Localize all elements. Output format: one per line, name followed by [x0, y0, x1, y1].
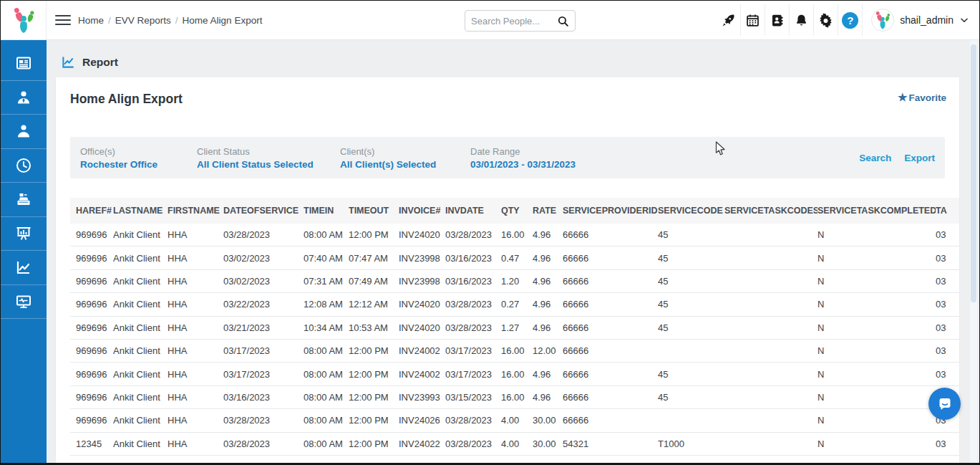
table-cell: HHA: [168, 253, 223, 264]
client-status-value[interactable]: All Client Status Selected: [197, 159, 314, 170]
table-cell: 16.00: [501, 369, 533, 380]
table-row: 969696Ankit ClientHHA03/28/202308:00 AM1…: [70, 456, 959, 465]
table-cell: Ankit Client: [113, 322, 168, 333]
address-book-button[interactable]: [765, 4, 789, 36]
table-cell: 969696: [70, 253, 113, 264]
table-cell: 08:00 AM: [304, 438, 349, 449]
sidebar-item-employees[interactable]: [1, 81, 47, 115]
table-cell: N: [818, 369, 936, 380]
table-header-row: HAREF#LASTNAMEFIRSTNAMEDATEOFSERVICETIME…: [70, 198, 959, 224]
table-cell: INV23998: [399, 253, 445, 264]
table-cell: 30.00: [533, 415, 563, 426]
line-chart-icon: [15, 259, 32, 276]
table-cell: 12:00 PM: [349, 345, 399, 356]
table-cell: 07:40 AM: [304, 253, 349, 264]
table-cell: 16.00: [501, 229, 533, 240]
sidebar-item-billing[interactable]: [1, 183, 47, 217]
table-row: 969696Ankit ClientHHA03/22/202312:08 AM1…: [70, 293, 959, 316]
chevron-down-icon: [959, 15, 969, 25]
breadcrumb: Home / EVV Reports / Home Align Export: [78, 15, 262, 26]
table-cell: 66666: [563, 253, 658, 264]
settings-button[interactable]: [813, 4, 838, 36]
search-input[interactable]: [471, 16, 557, 27]
user-menu[interactable]: shail_admin: [862, 4, 974, 36]
help-button[interactable]: ?: [838, 4, 862, 36]
scrollbar-thumb[interactable]: [971, 44, 976, 302]
calendar-button[interactable]: [740, 4, 765, 36]
table-cell: INV24020: [399, 322, 445, 333]
topbar-actions: ? shail_admin: [716, 1, 974, 39]
table-cell: 969696: [70, 345, 113, 356]
table-cell: 08:00 AM: [304, 461, 349, 465]
breadcrumb-evv-reports[interactable]: EVV Reports: [115, 15, 171, 26]
search-button[interactable]: Search: [859, 153, 891, 163]
column-header: TA: [936, 206, 959, 216]
sidebar-item-dashboard[interactable]: [1, 47, 47, 81]
sidebar-item-reports[interactable]: [1, 251, 47, 285]
notifications-button[interactable]: [789, 4, 813, 36]
table-cell: 4.00: [501, 438, 533, 449]
report-section-header: Report: [62, 55, 118, 69]
table-cell: 45: [658, 276, 724, 287]
table-cell: 12:08 AM: [304, 299, 349, 310]
table-cell: 4.96: [533, 392, 563, 403]
table-cell: 66666: [563, 229, 658, 240]
table-cell: 66666: [563, 369, 658, 380]
table-cell: 03/16/2023: [223, 392, 304, 403]
table-cell: 66666: [563, 345, 658, 356]
table-cell: HHA: [168, 461, 223, 465]
table-cell: 12:00 PM: [349, 438, 399, 449]
search-icon[interactable]: [557, 15, 569, 27]
table-cell: INV23993: [399, 392, 445, 403]
table-cell: Ankit Client: [113, 253, 168, 264]
table-cell: T1000: [658, 438, 724, 449]
table-cell: 969696: [70, 276, 113, 287]
export-button[interactable]: Export: [904, 153, 935, 163]
table-cell: 07:31 AM: [304, 276, 349, 287]
sidebar-item-clients[interactable]: [1, 115, 47, 149]
breadcrumb-home[interactable]: Home: [78, 15, 104, 26]
rocket-button[interactable]: [716, 4, 740, 36]
table-cell: HHA: [168, 345, 223, 356]
people-search: [465, 10, 576, 32]
table-row: 969696Ankit ClientHHA03/02/202307:31 AM0…: [70, 270, 959, 293]
app-logo[interactable]: [1, 1, 47, 39]
column-header: SERVICETASKCOMPLETED: [818, 206, 936, 216]
filter-actions: Search Export: [859, 153, 935, 163]
table-cell: 03/28/2023: [223, 229, 304, 240]
table-cell: 45: [658, 369, 724, 380]
report-card: Home Align Export ★ Favorite Office(s) R…: [56, 77, 959, 465]
table-cell: 08:00 AM: [304, 229, 349, 240]
table-cell: 969696: [70, 322, 113, 333]
favorite-button[interactable]: ★ Favorite: [898, 91, 946, 104]
star-icon: ★: [898, 91, 907, 104]
table-body: 969696Ankit ClientHHA03/28/202308:00 AM1…: [70, 224, 959, 465]
column-header: HAREF#: [70, 206, 113, 216]
date-range-value[interactable]: 03/01/2023 - 03/31/2023: [470, 159, 613, 170]
sidebar-item-time[interactable]: [1, 149, 47, 183]
column-header: SERVICEPROVIDERID: [563, 206, 658, 216]
bell-icon: [794, 13, 809, 28]
sidebar-item-training[interactable]: [1, 217, 47, 251]
table-cell: 0.47: [501, 253, 533, 264]
table-cell: HHA: [168, 438, 223, 449]
filter-clients: Client(s) All Client(s) Selected: [340, 146, 440, 170]
office-value[interactable]: Rochester Office: [80, 159, 162, 170]
chat-launcher-button[interactable]: [928, 388, 961, 420]
table-cell: 66666: [563, 415, 658, 426]
clients-value[interactable]: All Client(s) Selected: [340, 159, 440, 170]
table-cell: Ankit Client: [113, 345, 168, 356]
table-cell: N: [818, 345, 936, 356]
table-cell: 03: [936, 461, 959, 465]
monitor-icon: [15, 293, 32, 310]
table-cell: 969696: [70, 299, 113, 310]
table-cell: Ankit Client: [113, 299, 168, 310]
table-cell: 30.00: [533, 438, 563, 449]
menu-button[interactable]: [55, 12, 71, 27]
table-cell: Ankit Client: [113, 369, 168, 380]
table-cell: 66666: [563, 276, 658, 287]
clock-icon: [15, 157, 32, 174]
sidebar-item-evv[interactable]: [1, 285, 47, 320]
table-cell: 03/21/2023: [223, 322, 304, 333]
table-cell: 969696: [70, 392, 113, 403]
